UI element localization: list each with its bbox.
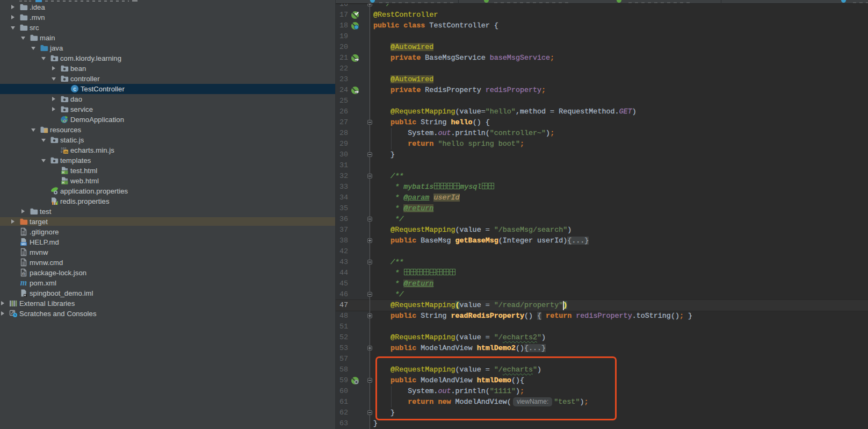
svg-text:H: H xyxy=(62,170,64,174)
svg-text:MD: MD xyxy=(21,242,26,246)
svg-text:C: C xyxy=(73,87,76,92)
svg-text:JS: JS xyxy=(64,151,68,154)
svg-text:H: H xyxy=(62,181,64,184)
svg-text:m: m xyxy=(20,278,27,287)
svg-text:@: @ xyxy=(23,273,25,276)
svg-text:0: 0 xyxy=(61,150,63,154)
